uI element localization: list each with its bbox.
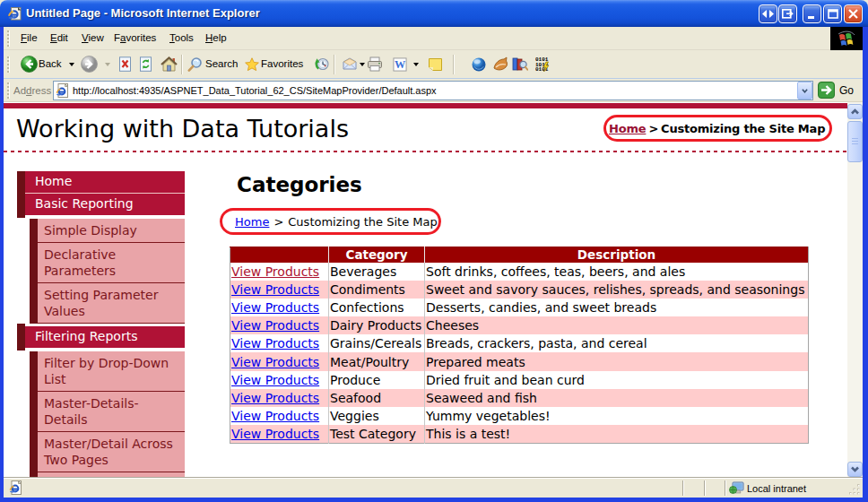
address-dropdown-button[interactable] <box>797 82 812 100</box>
table-row: View ProductsSeafoodSeaweed and fish <box>230 389 809 407</box>
forward-dropdown[interactable] <box>105 50 110 78</box>
menu-tools[interactable]: Tools <box>169 32 194 43</box>
binary-button[interactable]: 0101 1010 0101 <box>535 50 551 78</box>
description-cell: Soft drinks, coffees, teas, beers, and a… <box>425 263 809 281</box>
forward-button[interactable] <box>81 50 98 78</box>
menubar-grip[interactable] <box>7 30 10 47</box>
menu-view[interactable]: View <box>82 32 104 43</box>
chevron-down-icon <box>802 88 808 94</box>
view-products-link[interactable]: View Products <box>231 355 319 369</box>
search-button[interactable] <box>187 50 203 78</box>
address-field[interactable]: http://localhost:4935/ASPNET_Data_Tutori… <box>53 81 813 100</box>
category-cell: Confections <box>329 299 425 316</box>
sidebar-item-bar <box>30 283 38 324</box>
sidebar-item[interactable]: Declarative Parameters <box>30 243 185 283</box>
table-row: View ProductsDairy ProductsCheeses <box>230 316 809 334</box>
view-products-link[interactable]: View Products <box>231 409 319 423</box>
print-button[interactable] <box>367 50 383 78</box>
breadcrumb-home-link[interactable]: Home <box>235 215 269 229</box>
sidebar-item-label: Simple Display <box>44 223 137 238</box>
home-button[interactable] <box>161 50 178 78</box>
mail-dropdown[interactable] <box>360 50 365 78</box>
description-cell: Desserts, candies, and sweet breads <box>425 299 809 316</box>
sidebar-item[interactable]: Setting Parameter Values <box>30 283 185 324</box>
view-products-link[interactable]: View Products <box>231 282 319 297</box>
category-cell: Condiments <box>329 281 425 299</box>
breadcrumb-current: Customizing the Site Map <box>288 215 437 229</box>
view-products-link[interactable]: View Products <box>231 427 319 441</box>
messenger-button[interactable] <box>472 50 486 78</box>
favorites-button[interactable] <box>245 50 259 78</box>
view-products-link[interactable]: View Products <box>231 264 319 279</box>
page-heading: Categories <box>237 173 362 196</box>
sidebar-item-label: Declarative Parameters <box>44 247 116 278</box>
maximize-icon <box>828 9 838 19</box>
favorites-label-item[interactable]: Favorites <box>261 50 303 78</box>
mail-icon <box>342 57 358 71</box>
research-fox-icon <box>492 56 509 72</box>
breadcrumb-top-separator: > <box>648 122 658 135</box>
toolbar-separator <box>453 55 455 74</box>
windows-flag-icon <box>837 30 856 48</box>
toolbar: Back <box>4 50 863 79</box>
edit-button[interactable]: W <box>393 50 407 78</box>
stop-button[interactable] <box>118 50 132 78</box>
view-products-link[interactable]: View Products <box>231 391 319 405</box>
back-button[interactable] <box>21 50 38 78</box>
category-cell: Beverages <box>329 263 425 281</box>
history-button[interactable] <box>314 50 329 78</box>
sidebar-item-label: Master/Detail Across Two Pages <box>44 437 173 467</box>
view-products-link[interactable]: View Products <box>231 300 319 315</box>
security-zone-label: Local intranet <box>747 483 806 494</box>
encarta-button[interactable] <box>512 50 528 78</box>
address-url[interactable]: http://localhost:4935/ASPNET_Data_Tutori… <box>73 85 797 96</box>
title-bar[interactable]: Untitled Page - Microsoft Internet Explo… <box>0 0 868 27</box>
research-button[interactable] <box>492 50 509 78</box>
address-bar: Address http://localhost:4935/ASPNET_Dat… <box>4 79 863 102</box>
detach-button[interactable] <box>778 4 797 23</box>
description-cell: Yummy vegetables! <box>425 407 809 425</box>
search-label-item[interactable]: Search <box>205 50 238 78</box>
vertical-scrollbar[interactable] <box>847 102 863 477</box>
go-button[interactable]: Go <box>818 82 854 99</box>
sidebar-menu: HomeBasic ReportingSimple DisplayDeclara… <box>17 171 185 477</box>
resize-horizontal-button[interactable] <box>759 4 777 23</box>
resize-grip[interactable] <box>849 484 861 496</box>
menu-edit[interactable]: Edit <box>50 32 68 43</box>
sidebar-item[interactable]: Simple Display <box>30 219 185 243</box>
sidebar-item-label: Filtering Reports <box>35 329 137 343</box>
menu-help[interactable]: Help <box>205 32 227 43</box>
scroll-up-button[interactable] <box>847 104 863 119</box>
maximize-button[interactable] <box>823 4 842 23</box>
sidebar-item[interactable]: Basic Reporting <box>17 194 185 215</box>
scroll-down-button[interactable] <box>847 462 863 477</box>
sidebar-item[interactable]: Filter by Drop-Down List <box>30 351 185 392</box>
breadcrumb-top-home-link[interactable]: Home <box>609 122 646 135</box>
toolbar-separator <box>181 55 183 74</box>
minimize-button[interactable] <box>803 4 821 23</box>
address-label: Address <box>13 85 51 96</box>
view-products-link[interactable]: View Products <box>231 373 319 387</box>
back-label-item[interactable]: Back <box>39 50 62 78</box>
close-button[interactable] <box>844 4 863 23</box>
go-icon <box>818 82 835 99</box>
sidebar-item[interactable]: Master/Detail Across Two Pages <box>30 432 185 472</box>
annotation-oval-top: Home > Customizing the Site Map <box>603 115 832 142</box>
mail-button[interactable] <box>342 50 358 78</box>
scrollbar-thumb[interactable] <box>847 121 863 162</box>
sidebar-item[interactable]: Master-Details-Details <box>30 392 185 432</box>
discuss-button[interactable] <box>428 50 443 78</box>
edit-dropdown[interactable] <box>413 50 419 78</box>
view-products-link[interactable]: View Products <box>231 318 319 333</box>
addressbar-grip[interactable] <box>7 82 10 99</box>
refresh-button[interactable] <box>139 50 152 78</box>
minimize-icon <box>807 10 818 19</box>
back-dropdown[interactable] <box>69 50 74 78</box>
menu-favorites[interactable]: Favorites <box>114 32 156 43</box>
detach-icon <box>782 9 794 19</box>
menu-file[interactable]: File <box>21 32 38 43</box>
view-products-link[interactable]: View Products <box>231 336 319 351</box>
sidebar-item[interactable]: Home <box>17 171 185 194</box>
toolbar-grip[interactable] <box>7 56 10 73</box>
sidebar-item[interactable]: Filtering Reports <box>17 326 185 348</box>
